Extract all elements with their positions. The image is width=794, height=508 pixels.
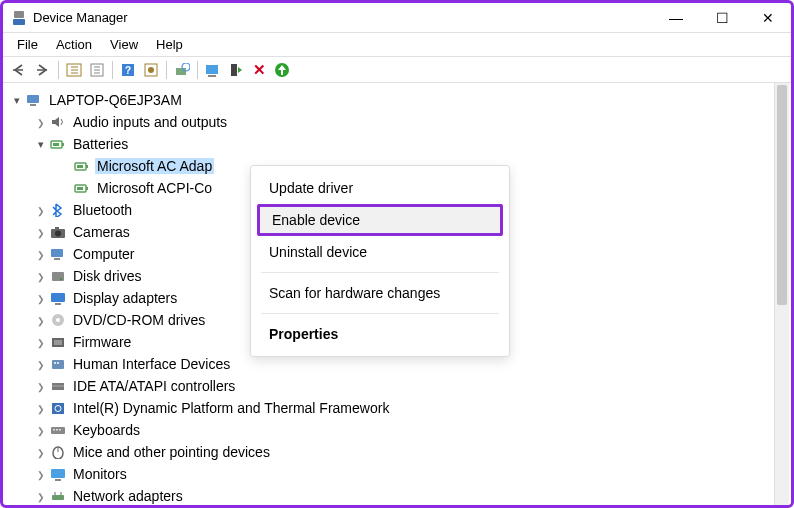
tool-scan-icon[interactable]: [171, 60, 193, 80]
svg-rect-49: [52, 403, 64, 414]
tree-arrow[interactable]: [35, 271, 47, 282]
tree-category-ide[interactable]: IDE ATA/ATAPI controllers: [7, 375, 770, 397]
svg-rect-54: [59, 429, 61, 431]
tree-category-network[interactable]: Network adapters: [7, 485, 770, 505]
tree-category-audio[interactable]: Audio inputs and outputs: [7, 111, 770, 133]
svg-rect-34: [51, 249, 63, 257]
tree-category-mouse[interactable]: Mice and other pointing devices: [7, 441, 770, 463]
tree-item-label[interactable]: IDE ATA/ATAPI controllers: [71, 378, 237, 394]
tree-item-label[interactable]: Computer: [71, 246, 136, 262]
menu-help[interactable]: Help: [148, 35, 191, 54]
svg-rect-52: [53, 429, 55, 431]
svg-rect-18: [231, 64, 237, 76]
window-controls: — ☐ ✕: [653, 3, 791, 33]
svg-rect-26: [86, 165, 88, 168]
tool-add-legacy-icon[interactable]: [271, 60, 293, 80]
tree-item-label[interactable]: Monitors: [71, 466, 129, 482]
ide-icon: [49, 378, 67, 394]
tree-item-label[interactable]: Batteries: [71, 136, 130, 152]
toolbar-separator: [166, 61, 167, 79]
forward-button[interactable]: [32, 60, 54, 80]
close-button[interactable]: ✕: [745, 3, 791, 33]
tree-item-label[interactable]: Bluetooth: [71, 202, 134, 218]
svg-rect-35: [54, 258, 60, 260]
svg-rect-43: [54, 340, 62, 345]
tree-category-monitor[interactable]: Monitors: [7, 463, 770, 485]
context-menu-item[interactable]: Properties: [251, 318, 509, 350]
svg-rect-53: [56, 429, 58, 431]
toolbar-separator: [112, 61, 113, 79]
vertical-scrollbar[interactable]: [774, 83, 789, 505]
tree-category-keyboard[interactable]: Keyboards: [7, 419, 770, 441]
minimize-button[interactable]: —: [653, 3, 699, 33]
context-menu-item[interactable]: Uninstall device: [251, 236, 509, 268]
toolbar-separator: [197, 61, 198, 79]
tree-item-label[interactable]: Human Interface Devices: [71, 356, 232, 372]
tree-item-label[interactable]: Network adapters: [71, 488, 185, 504]
tree-item-label[interactable]: Display adapters: [71, 290, 179, 306]
tree-category-battery[interactable]: Batteries: [7, 133, 770, 155]
svg-rect-17: [208, 75, 216, 77]
scrollbar-thumb[interactable]: [777, 85, 787, 305]
menu-action[interactable]: Action: [48, 35, 100, 54]
toolbar: ? ✕: [3, 57, 791, 83]
tree-arrow[interactable]: [35, 117, 47, 128]
tree-item-label[interactable]: Cameras: [71, 224, 132, 240]
svg-rect-30: [77, 187, 83, 190]
context-menu-item[interactable]: Scan for hardware changes: [251, 277, 509, 309]
tree-arrow[interactable]: [35, 425, 47, 436]
tool-help-icon[interactable]: ?: [117, 60, 139, 80]
audio-icon: [49, 114, 67, 130]
camera-icon: [49, 224, 67, 240]
tree-item-label[interactable]: LAPTOP-Q6EJP3AM: [47, 92, 184, 108]
tree-arrow[interactable]: [35, 249, 47, 260]
tree-item-label[interactable]: Firmware: [71, 334, 133, 350]
menu-file[interactable]: File: [9, 35, 46, 54]
tree-item-label[interactable]: Intel(R) Dynamic Platform and Thermal Fr…: [71, 400, 391, 416]
tool-show-hidden[interactable]: [63, 60, 85, 80]
tree-category-intel[interactable]: Intel(R) Dynamic Platform and Thermal Fr…: [7, 397, 770, 419]
tool-update-icon[interactable]: [202, 60, 224, 80]
tree-arrow[interactable]: [35, 447, 47, 458]
tree-item-label[interactable]: Microsoft AC Adap: [95, 158, 214, 174]
tree-arrow[interactable]: [35, 205, 47, 216]
tree-arrow[interactable]: [35, 403, 47, 414]
context-menu-item[interactable]: Update driver: [251, 172, 509, 204]
tool-action-icon[interactable]: [140, 60, 162, 80]
tree-item-label[interactable]: DVD/CD-ROM drives: [71, 312, 207, 328]
svg-rect-29: [86, 187, 88, 190]
svg-rect-21: [30, 104, 36, 106]
maximize-button[interactable]: ☐: [699, 3, 745, 33]
tree-item-label[interactable]: Disk drives: [71, 268, 143, 284]
tree-arrow[interactable]: [35, 359, 47, 370]
tree-arrow[interactable]: [35, 469, 47, 480]
svg-rect-44: [52, 360, 64, 369]
svg-point-32: [55, 231, 61, 237]
tree-arrow[interactable]: [11, 94, 23, 107]
tree-arrow[interactable]: [35, 337, 47, 348]
network-icon: [49, 488, 67, 504]
svg-rect-33: [55, 227, 59, 230]
svg-point-45: [54, 362, 56, 364]
tree-item-label[interactable]: Mice and other pointing devices: [71, 444, 272, 460]
tree-root[interactable]: LAPTOP-Q6EJP3AM: [7, 89, 770, 111]
svg-rect-27: [77, 165, 83, 168]
tree-arrow[interactable]: [35, 381, 47, 392]
tree-arrow[interactable]: [35, 315, 47, 326]
svg-rect-20: [27, 95, 39, 103]
dvd-icon: [49, 312, 67, 328]
tool-uninstall-icon[interactable]: ✕: [248, 60, 270, 80]
menu-view[interactable]: View: [102, 35, 146, 54]
context-menu-item[interactable]: Enable device: [257, 204, 503, 236]
tool-properties-icon[interactable]: [86, 60, 108, 80]
tree-arrow[interactable]: [35, 227, 47, 238]
tree-item-label[interactable]: Keyboards: [71, 422, 142, 438]
svg-rect-14: [176, 68, 186, 75]
tree-item-label[interactable]: Microsoft ACPI-Co: [95, 180, 214, 196]
tree-arrow[interactable]: [35, 293, 47, 304]
tree-item-label[interactable]: Audio inputs and outputs: [71, 114, 229, 130]
tree-arrow[interactable]: [35, 138, 47, 151]
tree-arrow[interactable]: [35, 491, 47, 502]
back-button[interactable]: [9, 60, 31, 80]
tool-enable-icon[interactable]: [225, 60, 247, 80]
